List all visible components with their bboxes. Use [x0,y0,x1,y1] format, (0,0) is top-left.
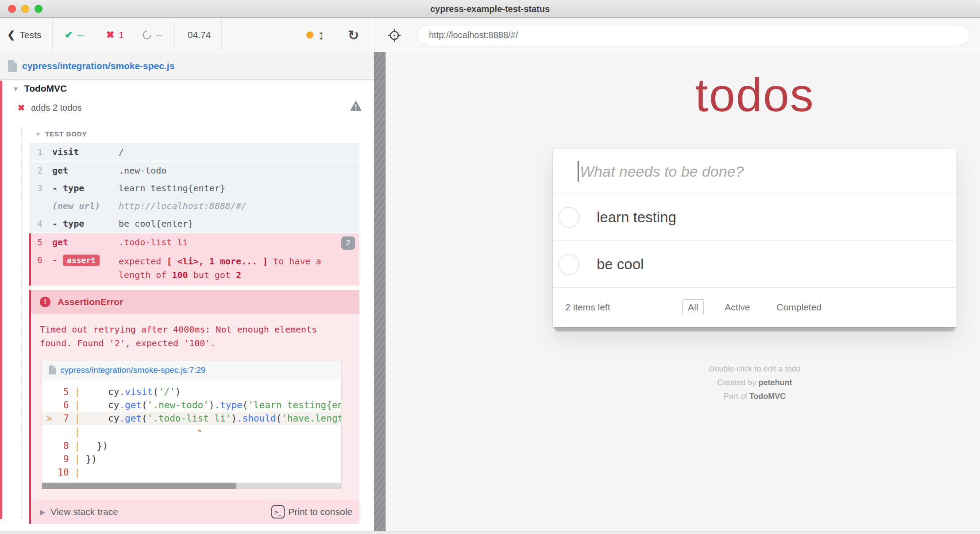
command-number: 3 [29,183,49,193]
window-title: cypress-example-test-status [0,0,980,18]
command-number: 4 [29,218,49,229]
command-name: (new url) [49,201,119,211]
filter-active[interactable]: Active [719,299,756,315]
runner-toolbar: ❮ Tests ✔ -- ✖ 1 -- 04.74 ↕ ↻ [0,18,980,52]
error-icon: ! [40,297,50,307]
command-number: 1 [29,147,49,157]
window-bottom-edge [0,531,980,534]
command-row-new-url[interactable]: (new url) http://localhost:8888/#/ [29,197,359,215]
items-left-count: 2 items left [565,302,610,313]
error-name: AssertionError [58,297,123,307]
failed-command-group: 5 get .todo-list li 2 6 - assert expecte… [29,233,359,286]
command-row-type[interactable]: 4 - type be cool{enter} [29,215,359,232]
file-icon [48,365,56,375]
command-row-type[interactable]: 3 - type learn testing{enter} [29,179,359,197]
error-message: Timed out retrying after 4000ms: Not eno… [40,323,330,350]
error-body: Timed out retrying after 4000ms: Not eno… [31,314,359,500]
panel-resize-handle[interactable] [374,52,386,531]
command-number: 5 [31,237,49,248]
app-under-test-panel: todos What needs to be done? learn testi… [386,52,980,531]
spec-file-link[interactable]: cypress/integration/smoke-spec.js [22,61,174,71]
chevron-left-icon: ❮ [7,29,15,41]
print-to-console-label: Print to console [288,507,352,517]
command-group: 2 get .new-todo 3 - type learn testing{e… [29,162,359,232]
back-to-tests-button[interactable]: ❮ Tests [7,18,41,52]
pending-count: -- [143,18,162,52]
test-body-label: TEST BODY [45,130,87,138]
todo-label[interactable]: be cool [597,256,644,273]
code-frame-header: cypress/integration/smoke-spec.js:7:29 [42,360,341,380]
passed-value: -- [77,30,83,40]
viewport-dot-icon [306,31,313,39]
reporter-panel: cypress/integration/smoke-spec.js ▼ Todo… [0,52,374,531]
command-row-get-failed[interactable]: 5 get .todo-list li 2 [29,233,359,251]
assert-pill: assert [63,255,100,266]
command-row-get[interactable]: 2 get .new-todo [29,162,359,179]
address-bar[interactable]: http://localhost:8888/#/ [417,25,970,45]
info-author: Created by petehunt [553,376,957,390]
command-args: / [119,147,359,157]
filter-all[interactable]: All [682,299,704,315]
todo-toggle-checkbox[interactable] [558,254,579,275]
todos-heading: todos [553,68,957,122]
todomvc-link[interactable]: TodoMVC [749,392,786,401]
restart-tests-button[interactable]: ↻ [348,18,359,52]
assertion-error-block: ! AssertionError Timed out retrying afte… [29,290,359,524]
command-number: 2 [29,165,49,176]
filter-completed[interactable]: Completed [771,299,827,315]
code-frame-file-link[interactable]: cypress/integration/smoke-spec.js:7:29 [60,365,205,375]
chevron-down-icon: ▼ [12,85,19,93]
command-number: 6 [31,255,49,265]
error-header: ! AssertionError [31,290,359,314]
suite-todomvc[interactable]: ▼ TodoMVC [12,83,67,94]
new-todo-input[interactable]: What needs to be done? [553,149,957,193]
command-args: learn testing{enter} [119,183,359,193]
todo-item: be cool [553,240,957,287]
toolbar-separator [52,18,53,52]
check-icon: ✔ [65,29,73,41]
suite-title: TodoMVC [24,83,67,94]
toolbar-separator [174,18,175,52]
chevron-down-icon: ▼ [35,131,41,137]
command-log: 1 visit / 2 get .new-todo 3 - type learn… [29,143,359,286]
todo-toggle-checkbox[interactable] [558,207,579,228]
window-titlebar: cypress-example-test-status [0,0,980,18]
pending-circle-icon [141,29,153,41]
x-icon: ✖ [106,29,114,41]
test-adds-2-todos[interactable]: ✖ adds 2 todos [18,103,81,113]
test-failed-icon: ✖ [18,103,25,113]
code-frame-scrollbar[interactable] [42,483,341,489]
viewport-scale-icon: ↕ [318,28,324,42]
command-args: http://localhost:8888/#/ [119,201,359,211]
test-title: adds 2 todos [31,103,82,113]
code-frame: cypress/integration/smoke-spec.js:7:29 5… [42,360,342,489]
scrollbar-thumb[interactable] [42,483,236,489]
view-stack-trace-button[interactable]: ▶ View stack trace [40,507,118,517]
element-count-badge: 2 [341,236,355,250]
command-row-visit[interactable]: 1 visit / [29,143,359,161]
command-args: be cool{enter} [119,218,359,229]
toolbar-separator [221,18,222,52]
selector-playground-button[interactable] [388,29,401,42]
passed-count: ✔ -- [65,18,83,52]
command-name: - type [49,218,119,229]
cypress-runner-window: cypress-example-test-status ❮ Tests ✔ --… [0,0,980,534]
todo-label[interactable]: learn testing [597,209,676,226]
failed-count: ✖ 1 [106,18,124,52]
command-group: 1 visit / [29,143,359,161]
text-cursor [578,161,579,182]
failed-value: 1 [119,30,123,40]
todo-footer: 2 items left All Active Completed [553,287,957,327]
warning-icon [350,100,362,112]
todoapp-card: What needs to be done? learn testing be … [553,149,957,327]
print-to-console-button[interactable]: >_ Print to console [271,505,352,519]
command-name: - assert [49,255,119,266]
view-stack-trace-label: View stack trace [50,507,118,517]
assert-message: expected [ <li>, 1 more... ] to have a l… [119,255,342,282]
command-name: get [49,165,119,176]
viewport-indicator[interactable]: ↕ [306,18,324,52]
spec-header: cypress/integration/smoke-spec.js [0,52,374,80]
author-link[interactable]: petehunt [759,378,792,387]
test-body-section-toggle[interactable]: ▼ TEST BODY [35,130,87,138]
command-row-assert[interactable]: 6 - assert expected [ <li>, 1 more... ] … [29,251,359,286]
